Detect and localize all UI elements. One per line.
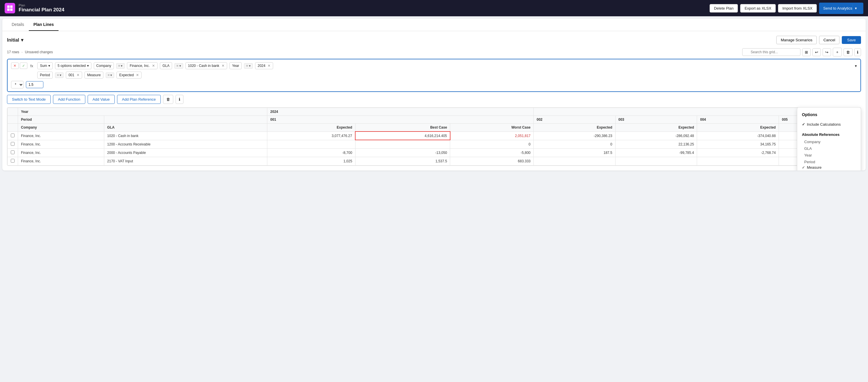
ref-company[interactable]: Company	[802, 138, 856, 145]
row3-004-exp[interactable]: -2,768.74	[697, 148, 779, 157]
row4-003-exp[interactable]	[615, 157, 697, 165]
row4-002-exp[interactable]	[534, 157, 616, 165]
select-all-checkbox[interactable]	[7, 116, 18, 124]
data-grid: Year 2024 Period 001 002 003 004	[7, 107, 861, 166]
row1-001-exp[interactable]: 3,077,476.27	[267, 132, 355, 140]
delete-formula-button[interactable]: 🗑	[163, 95, 173, 104]
section-title: Initial ▾	[7, 37, 23, 43]
switch-text-mode-button[interactable]: Switch to Text Mode	[7, 95, 51, 104]
add-function-button[interactable]: Add Function	[53, 95, 85, 104]
svg-rect-0	[7, 5, 10, 8]
send-analytics-dropdown-arrow[interactable]: ▾	[852, 4, 859, 12]
row1-003-exp[interactable]: -286,092.48	[615, 132, 697, 140]
info-button[interactable]: ℹ	[854, 48, 861, 56]
ref-gla[interactable]: GLA	[802, 145, 856, 152]
eq-period[interactable]: = ▾	[55, 72, 63, 78]
measure-check-icon: ✓	[802, 165, 805, 170]
delete-plan-button[interactable]: Delete Plan	[710, 4, 738, 12]
th-cb	[7, 124, 18, 132]
search-input[interactable]	[742, 48, 801, 56]
scenario-dropdown-icon[interactable]: ▾	[21, 37, 23, 43]
tab-details[interactable]: Details	[7, 19, 29, 31]
eq-gla[interactable]: = ▾	[175, 63, 183, 69]
row2-004-exp[interactable]: 34,165.75	[697, 140, 779, 148]
row2-001-worst[interactable]: 0	[450, 140, 534, 148]
row3-003-exp[interactable]: -99,785.4	[615, 148, 697, 157]
options-chevron-button[interactable]: ▾	[855, 64, 857, 68]
delete-row-button[interactable]: 🗑	[843, 48, 852, 56]
include-calculations-item[interactable]: ✓ Include Calculations	[802, 120, 856, 128]
import-xlsx-button[interactable]: Import from XLSX	[778, 4, 817, 12]
eq-year[interactable]: = ▾	[244, 63, 252, 69]
tab-plan-lines[interactable]: Plan Lines	[29, 19, 59, 31]
row3-001-worst[interactable]: -5,800	[450, 148, 534, 157]
row3-company: Finance, Inc.	[18, 148, 104, 157]
add-plan-reference-button[interactable]: Add Plan Reference	[117, 95, 161, 104]
row4-checkbox[interactable]	[11, 159, 14, 163]
company-close-icon[interactable]: ✕	[152, 64, 155, 68]
undo-button[interactable]: ↩	[812, 48, 821, 56]
row3-002-exp[interactable]: 187.5	[534, 148, 616, 157]
period-close-icon[interactable]: ✕	[76, 73, 80, 77]
company-value-tag: Finance, Inc. ✕	[127, 62, 157, 69]
check-icon: ✓	[802, 122, 805, 127]
cancel-formula-button[interactable]: ✕	[11, 63, 19, 69]
th-001: 001	[267, 116, 534, 124]
formula-info-button[interactable]: ℹ	[176, 95, 183, 104]
row1-001-best[interactable]: 4,616,214.405	[355, 132, 450, 140]
gla-close-icon[interactable]: ✕	[222, 64, 224, 68]
select-all-header[interactable]	[7, 108, 18, 116]
year-filter: Year	[229, 62, 242, 69]
sum-dropdown-icon[interactable]: ▾	[48, 64, 50, 68]
row1-002-exp[interactable]: -290,386.23	[534, 132, 616, 140]
ref-year[interactable]: Year	[802, 152, 856, 159]
manage-scenarios-button[interactable]: Manage Scenarios	[776, 36, 816, 44]
row2-001-best[interactable]	[355, 140, 450, 148]
multiply-value-input[interactable]	[26, 81, 43, 88]
formula-bar-container: ✕ ✓ fx Sum ▾ 5 options selected ▾ Compan…	[7, 59, 861, 92]
table-row: Finance, Inc. 1020 - Cash in bank 3,077,…	[7, 132, 861, 140]
row4-001-best[interactable]: 1,537.5	[355, 157, 450, 165]
multiply-operator-select[interactable]: *	[11, 81, 24, 89]
plan-section: Initial ▾ Manage Scenarios Cancel Save 1…	[2, 31, 866, 171]
row4-001-worst[interactable]: 683.333	[450, 157, 534, 165]
row3-checkbox[interactable]	[11, 150, 14, 154]
table-row: Finance, Inc. 2170 - VAT Input 1,025 1,5…	[7, 157, 861, 165]
plan-title: Financial Plan 2024	[19, 7, 64, 13]
row4-004-exp[interactable]	[697, 157, 779, 165]
row4-001-exp[interactable]: 1,025	[267, 157, 355, 165]
options-dropdown-icon[interactable]: ▾	[87, 64, 89, 68]
options-selected-filter[interactable]: 5 options selected ▾	[55, 62, 91, 69]
ref-period[interactable]: Period	[802, 159, 856, 165]
row1-checkbox[interactable]	[11, 134, 14, 137]
row3-001-best[interactable]: -13,050	[355, 148, 450, 157]
row2-003-exp[interactable]: 22,136.25	[615, 140, 697, 148]
th-empty	[104, 116, 267, 124]
export-xlsx-button[interactable]: Export as XLSX	[740, 4, 776, 12]
save-button[interactable]: Save	[842, 36, 861, 44]
header-row-year: Year 2024	[7, 108, 861, 116]
send-analytics-button[interactable]: Send to Analytics ▾	[819, 3, 863, 14]
eq-measure[interactable]: = ▾	[106, 72, 114, 78]
row1-001-worst[interactable]: 2,051,817	[450, 132, 534, 140]
ref-measure[interactable]: ✓ Measure	[802, 165, 856, 170]
redo-button[interactable]: ↪	[823, 48, 831, 56]
filter-icon-button[interactable]: ⊞	[802, 48, 811, 56]
confirm-formula-button[interactable]: ✓	[20, 63, 27, 69]
eq-company[interactable]: = ▾	[116, 63, 125, 69]
measure-close-icon[interactable]: ✕	[136, 73, 139, 77]
sum-selector[interactable]: Sum ▾	[37, 62, 53, 69]
add-row-button[interactable]: ＋	[833, 48, 842, 57]
row2-002-exp[interactable]: 0	[534, 140, 616, 148]
row1-004-exp[interactable]: -374,040.88	[697, 132, 779, 140]
row2-001-exp[interactable]	[267, 140, 355, 148]
app-icon	[5, 3, 15, 13]
year-close-icon[interactable]: ✕	[268, 64, 271, 68]
plan-lines-table: Year 2024 Period 001 002 003 004	[7, 108, 861, 166]
action-buttons-row: Switch to Text Mode Add Function Add Val…	[7, 95, 861, 104]
row4-gla: 2170 - VAT Input	[104, 157, 267, 165]
cancel-button[interactable]: Cancel	[819, 36, 839, 44]
row2-checkbox[interactable]	[11, 142, 14, 146]
row3-001-exp[interactable]: -8,700	[267, 148, 355, 157]
add-value-button[interactable]: Add Value	[88, 95, 115, 104]
